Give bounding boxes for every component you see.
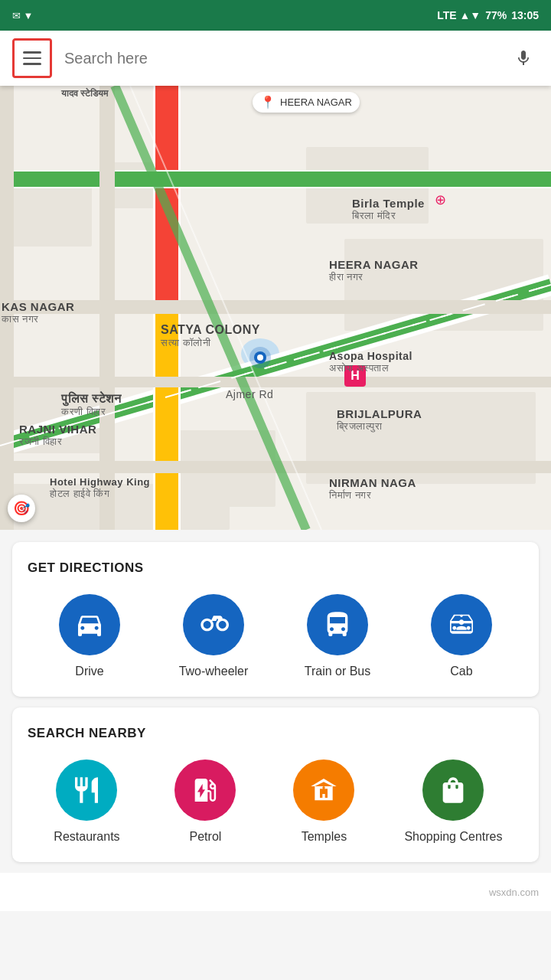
- temples-item[interactable]: Temples: [285, 760, 362, 844]
- my-location-button[interactable]: 🎯: [8, 495, 35, 522]
- search-bar: [0, 31, 551, 86]
- map-label-satya-colony: SATYA COLONY सत्या कॉलोनी: [161, 323, 260, 349]
- mic-button[interactable]: [508, 43, 539, 74]
- cab-item[interactable]: Cab: [423, 594, 500, 678]
- map-area[interactable]: H ⊕ Birla Temple बिरला मंदिर HEERA NAGAR…: [0, 86, 551, 530]
- hamburger-icon: [23, 51, 41, 65]
- map-label-hotel: Hotel Highway King होटल हाईवे किंग: [50, 476, 150, 500]
- restaurants-label: Restaurants: [54, 830, 119, 844]
- menu-button[interactable]: [12, 38, 52, 78]
- temples-icon-circle: [293, 760, 354, 821]
- map-label-ajmer-rd: Ajmer Rd: [226, 388, 273, 400]
- cab-icon-circle: [431, 594, 492, 655]
- train-bus-label: Train or Bus: [305, 665, 371, 678]
- two-wheeler-icon-circle: [183, 594, 244, 655]
- notification-icons: ✉ ▼: [12, 10, 33, 21]
- directions-icons-row: Drive Two-wheeler Train or Bus: [28, 594, 523, 678]
- map-label-asopa-hospital: Asopa Hospital असोपा अस्पताल: [329, 350, 412, 374]
- nearby-title: SEARCH NEARBY: [28, 726, 523, 741]
- signal-indicator: LTE ▲▼: [437, 9, 481, 21]
- map-label-police-station: पुलिस स्टेशन करणी विहार: [61, 392, 121, 418]
- petrol-icon-circle: [174, 760, 236, 821]
- restaurants-icon-circle: [56, 760, 117, 821]
- mic-icon: [514, 49, 533, 67]
- search-input[interactable]: [64, 50, 496, 67]
- svg-rect-16: [0, 300, 551, 314]
- shopping-bag-icon: [438, 775, 468, 805]
- nearby-icons-row: Restaurants Petrol Temples: [28, 760, 523, 844]
- bus-icon: [322, 609, 353, 640]
- drive-label: Drive: [75, 665, 103, 678]
- cab-label: Cab: [450, 665, 472, 678]
- restaurants-item[interactable]: Restaurants: [48, 760, 125, 844]
- drive-icon-circle: [59, 594, 120, 655]
- motorbike-icon: [198, 609, 229, 640]
- bottom-panels: GET DIRECTIONS Drive Two-wheeler: [0, 530, 551, 862]
- shopping-icon-circle: [422, 760, 484, 821]
- time-display: 13:05: [511, 9, 539, 21]
- shopping-label: Shopping Centres: [404, 830, 502, 844]
- petrol-item[interactable]: Petrol: [167, 760, 243, 844]
- car-icon: [74, 609, 105, 640]
- status-left: ✉ ▼: [12, 10, 33, 21]
- footer-bar: wsxdn.com: [0, 873, 551, 911]
- map-pin-kebabs: 📍 HEERA NAGAR: [253, 92, 360, 113]
- map-label-brijlalpura: BRIJLALPURA ब्रिजलाल्पुरा: [337, 407, 422, 433]
- nearby-panel: SEARCH NEARBY Restaurants Petrol: [12, 707, 539, 862]
- petrol-label: Petrol: [190, 830, 222, 844]
- directions-panel: GET DIRECTIONS Drive Two-wheeler: [12, 542, 539, 697]
- footer-logo: wsxdn.com: [489, 887, 539, 898]
- drive-item[interactable]: Drive: [51, 594, 128, 678]
- map-label-rajni-vihar: RAJNI VIHAR रजनी विहार: [19, 423, 96, 448]
- two-wheeler-item[interactable]: Two-wheeler: [175, 594, 252, 678]
- map-label-stadium: यादव स्टेडियम: [61, 88, 108, 99]
- map-label-kas-nagar: KAS NAGAR कास नगर: [2, 300, 74, 325]
- train-bus-item[interactable]: Train or Bus: [299, 594, 376, 678]
- two-wheeler-label: Two-wheeler: [179, 665, 249, 678]
- svg-rect-14: [0, 172, 551, 187]
- svg-point-22: [257, 354, 263, 361]
- svg-rect-19: [0, 377, 551, 387]
- gas-station-icon: [190, 775, 220, 805]
- map-label-birla-temple: Birla Temple बिरला मंदिर: [352, 197, 425, 222]
- shopping-item[interactable]: Shopping Centres: [404, 760, 502, 844]
- train-bus-icon-circle: [307, 594, 368, 655]
- fork-spoon-icon: [71, 775, 102, 805]
- map-label-heera-nagar: HEERA NAGAR हीरा नगर: [329, 258, 419, 283]
- status-bar: ✉ ▼ LTE ▲▼ 77% 13:05: [0, 0, 551, 31]
- cab-icon: [446, 609, 477, 640]
- temple-icon: [308, 775, 339, 805]
- map-label-nirman-nagar: NIRMAN NAGA निर्माण नगर: [329, 476, 416, 501]
- search-input-area[interactable]: [64, 31, 496, 86]
- directions-title: GET DIRECTIONS: [28, 560, 523, 576]
- svg-point-27: [460, 615, 462, 617]
- battery-indicator: 77%: [485, 9, 507, 21]
- status-right: LTE ▲▼ 77% 13:05: [437, 9, 539, 21]
- svg-text:⊕: ⊕: [435, 192, 446, 207]
- temples-label: Temples: [302, 830, 347, 844]
- map-svg: H ⊕: [0, 86, 551, 530]
